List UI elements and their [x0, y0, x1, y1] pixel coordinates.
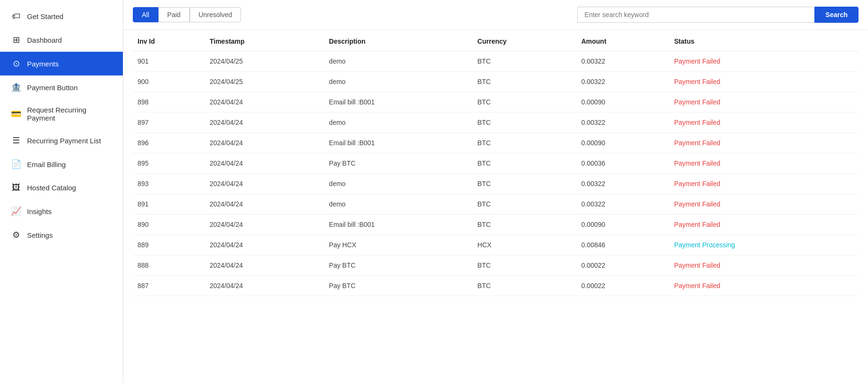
search-button[interactable]: Search — [814, 7, 859, 23]
table-header-row: Inv IdTimestampDescriptionCurrencyAmount… — [133, 30, 859, 51]
cell-currency: BTC — [473, 112, 577, 133]
sidebar-item-dashboard[interactable]: ⊞ Dashboard — [0, 28, 123, 52]
cell-inv-id: 893 — [133, 174, 205, 194]
payments-table: Inv IdTimestampDescriptionCurrencyAmount… — [133, 30, 859, 296]
cell-amount: 0.00022 — [576, 255, 669, 276]
table-body: 901 2024/04/25 demo BTC 0.00322 Payment … — [133, 51, 859, 296]
col-header-timestamp: Timestamp — [205, 30, 324, 51]
cell-timestamp: 2024/04/25 — [205, 51, 324, 72]
cell-inv-id: 898 — [133, 92, 205, 112]
table-row[interactable]: 895 2024/04/24 Pay BTC BTC 0.00036 Payme… — [133, 153, 859, 174]
sidebar-item-request-recurring-payment[interactable]: 💳 Request Recurring Payment — [0, 99, 123, 129]
cell-inv-id: 891 — [133, 194, 205, 215]
col-header-inv-id: Inv Id — [133, 30, 205, 51]
cell-description: Email bill :B001 — [324, 92, 473, 112]
cell-amount: 0.00322 — [576, 112, 669, 133]
table-container: Inv IdTimestampDescriptionCurrencyAmount… — [123, 30, 868, 383]
cell-status: Payment Failed — [669, 215, 859, 235]
payments-icon: ⊙ — [11, 58, 21, 69]
filter-tab-paid[interactable]: Paid — [158, 7, 190, 22]
cell-amount: 0.00322 — [576, 51, 669, 72]
table-row[interactable]: 889 2024/04/24 Pay HCX HCX 0.00846 Payme… — [133, 235, 859, 255]
cell-amount: 0.00322 — [576, 194, 669, 215]
table-row[interactable]: 887 2024/04/24 Pay BTC BTC 0.00022 Payme… — [133, 276, 859, 296]
cell-timestamp: 2024/04/24 — [205, 133, 324, 153]
cell-status: Payment Failed — [669, 255, 859, 276]
cell-timestamp: 2024/04/24 — [205, 215, 324, 235]
sidebar-item-settings[interactable]: ⚙ Settings — [0, 223, 123, 247]
table-row[interactable]: 897 2024/04/24 demo BTC 0.00322 Payment … — [133, 112, 859, 133]
cell-status: Payment Failed — [669, 194, 859, 215]
cell-description: demo — [324, 72, 473, 92]
cell-description: Pay BTC — [324, 276, 473, 296]
cell-status: Payment Failed — [669, 92, 859, 112]
cell-timestamp: 2024/04/24 — [205, 194, 324, 215]
sidebar-item-label: Recurring Payment List — [27, 137, 101, 145]
cell-timestamp: 2024/04/24 — [205, 255, 324, 276]
cell-amount: 0.00846 — [576, 235, 669, 255]
table-row[interactable]: 896 2024/04/24 Email bill :B001 BTC 0.00… — [133, 133, 859, 153]
sidebar-item-label: Hosted Catalog — [27, 184, 76, 192]
cell-description: Pay BTC — [324, 255, 473, 276]
cell-currency: BTC — [473, 133, 577, 153]
cell-timestamp: 2024/04/24 — [205, 276, 324, 296]
request-recurring-payment-icon: 💳 — [11, 109, 21, 119]
cell-currency: HCX — [473, 235, 577, 255]
col-header-amount: Amount — [576, 30, 669, 51]
cell-status: Payment Failed — [669, 112, 859, 133]
cell-description: demo — [324, 112, 473, 133]
cell-inv-id: 888 — [133, 255, 205, 276]
sidebar-item-hosted-catalog[interactable]: 🖼 Hosted Catalog — [0, 176, 123, 199]
cell-currency: BTC — [473, 153, 577, 174]
table-row[interactable]: 891 2024/04/24 demo BTC 0.00322 Payment … — [133, 194, 859, 215]
sidebar-item-label: Dashboard — [27, 36, 62, 44]
cell-amount: 0.00090 — [576, 215, 669, 235]
sidebar-item-recurring-payment-list[interactable]: ☰ Recurring Payment List — [0, 129, 123, 152]
table-row[interactable]: 888 2024/04/24 Pay BTC BTC 0.00022 Payme… — [133, 255, 859, 276]
cell-amount: 0.00036 — [576, 153, 669, 174]
search-input[interactable] — [577, 7, 814, 23]
cell-amount: 0.00322 — [576, 72, 669, 92]
dashboard-icon: ⊞ — [11, 35, 21, 45]
sidebar-item-payments[interactable]: ⊙ Payments — [0, 52, 123, 75]
filter-tab-all[interactable]: All — [133, 7, 158, 22]
cell-currency: BTC — [473, 72, 577, 92]
cell-timestamp: 2024/04/24 — [205, 112, 324, 133]
sidebar: 🏷 Get Started ⊞ Dashboard ⊙ Payments 🏦 P… — [0, 0, 123, 383]
sidebar-item-get-started[interactable]: 🏷 Get Started — [0, 5, 123, 28]
cell-timestamp: 2024/04/24 — [205, 153, 324, 174]
table-row[interactable]: 890 2024/04/24 Email bill :B001 BTC 0.00… — [133, 215, 859, 235]
sidebar-item-label: Get Started — [27, 12, 64, 20]
sidebar-item-label: Payments — [27, 60, 59, 68]
cell-inv-id: 897 — [133, 112, 205, 133]
get-started-icon: 🏷 — [11, 11, 21, 21]
cell-currency: BTC — [473, 215, 577, 235]
cell-timestamp: 2024/04/25 — [205, 72, 324, 92]
cell-currency: BTC — [473, 51, 577, 72]
insights-icon: 📈 — [11, 206, 21, 216]
filter-tab-unresolved[interactable]: Unresolved — [190, 7, 241, 22]
table-row[interactable]: 893 2024/04/24 demo BTC 0.00322 Payment … — [133, 174, 859, 194]
cell-description: demo — [324, 174, 473, 194]
cell-status: Payment Failed — [669, 174, 859, 194]
sidebar-item-insights[interactable]: 📈 Insights — [0, 199, 123, 223]
cell-timestamp: 2024/04/24 — [205, 174, 324, 194]
table-row[interactable]: 901 2024/04/25 demo BTC 0.00322 Payment … — [133, 51, 859, 72]
table-row[interactable]: 900 2024/04/25 demo BTC 0.00322 Payment … — [133, 72, 859, 92]
cell-description: Email bill :B001 — [324, 215, 473, 235]
sidebar-item-label: Settings — [27, 231, 53, 239]
top-bar: AllPaidUnresolved Search — [123, 0, 868, 30]
cell-amount: 0.00090 — [576, 133, 669, 153]
table-row[interactable]: 898 2024/04/24 Email bill :B001 BTC 0.00… — [133, 92, 859, 112]
sidebar-item-email-billing[interactable]: 📄 Email Billing — [0, 152, 123, 176]
email-billing-icon: 📄 — [11, 159, 21, 169]
sidebar-item-payment-button[interactable]: 🏦 Payment Button — [0, 75, 123, 99]
col-header-currency: Currency — [473, 30, 577, 51]
cell-status: Payment Failed — [669, 153, 859, 174]
cell-inv-id: 895 — [133, 153, 205, 174]
settings-icon: ⚙ — [11, 230, 21, 240]
cell-status: Payment Failed — [669, 133, 859, 153]
cell-amount: 0.00022 — [576, 276, 669, 296]
cell-currency: BTC — [473, 255, 577, 276]
cell-timestamp: 2024/04/24 — [205, 92, 324, 112]
